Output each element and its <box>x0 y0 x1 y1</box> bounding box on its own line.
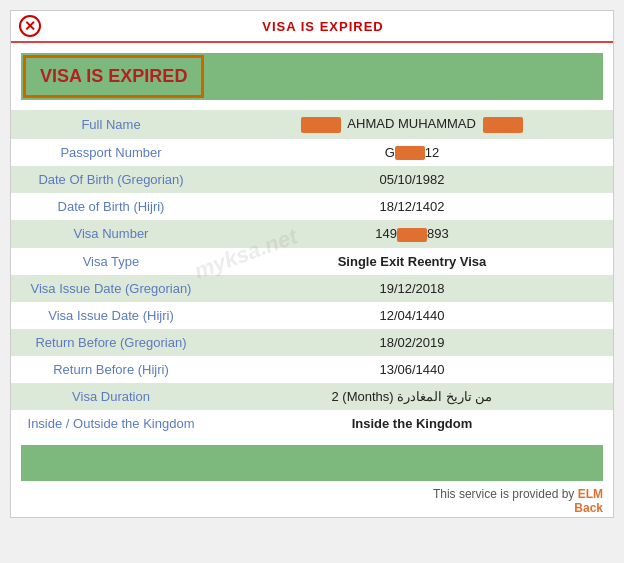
main-container: ✕ VISA IS EXPIRED VISA IS EXPIRED Full N… <box>10 10 614 518</box>
field-label: Date Of Birth (Gregorian) <box>11 166 211 193</box>
status-banner-wrap: VISA IS EXPIRED <box>21 53 603 100</box>
info-section: Full Name AHMAD MUHAMMAD Passport Number… <box>11 110 613 437</box>
table-row: Date of Birth (Hijri) 18/12/1402 <box>11 193 613 220</box>
header-expired-title: VISA IS EXPIRED <box>41 19 605 34</box>
redacted-block <box>483 117 523 133</box>
info-table: Full Name AHMAD MUHAMMAD Passport Number… <box>11 110 613 437</box>
field-value: 12/04/1440 <box>211 302 613 329</box>
redacted-block <box>397 228 427 242</box>
field-value: Single Exit Reentry Visa <box>211 248 613 275</box>
table-row: Visa Duration 2 (Months) من تاريخ المغاد… <box>11 383 613 410</box>
table-row: Return Before (Gregorian) 18/02/2019 <box>11 329 613 356</box>
elm-link[interactable]: ELM <box>578 487 603 501</box>
field-value: 18/12/1402 <box>211 193 613 220</box>
field-value: 13/06/1440 <box>211 356 613 383</box>
field-value: 05/10/1982 <box>211 166 613 193</box>
field-label: Inside / Outside the Kingdom <box>11 410 211 437</box>
field-label: Return Before (Hijri) <box>11 356 211 383</box>
redacted-block <box>395 146 425 160</box>
back-link[interactable]: Back <box>21 501 603 515</box>
service-text: This service is provided by <box>433 487 578 501</box>
table-row: Visa Number 149 893 <box>11 220 613 248</box>
status-banner: VISA IS EXPIRED <box>23 55 204 98</box>
field-label: Passport Number <box>11 139 211 167</box>
field-value: 18/02/2019 <box>211 329 613 356</box>
field-value: AHMAD MUHAMMAD <box>211 110 613 139</box>
field-label: Visa Type <box>11 248 211 275</box>
table-row: Visa Type Single Exit Reentry Visa <box>11 248 613 275</box>
field-label: Visa Issue Date (Gregorian) <box>11 275 211 302</box>
field-label: Date of Birth (Hijri) <box>11 193 211 220</box>
table-row: Full Name AHMAD MUHAMMAD <box>11 110 613 139</box>
table-row: Passport Number G 12 <box>11 139 613 167</box>
top-bar: ✕ VISA IS EXPIRED <box>11 11 613 43</box>
redacted-block <box>301 117 341 133</box>
field-label: Visa Issue Date (Hijri) <box>11 302 211 329</box>
field-value: 149 893 <box>211 220 613 248</box>
table-row: Visa Issue Date (Hijri) 12/04/1440 <box>11 302 613 329</box>
field-label: Visa Number <box>11 220 211 248</box>
field-value: 19/12/2018 <box>211 275 613 302</box>
table-row: Date Of Birth (Gregorian) 05/10/1982 <box>11 166 613 193</box>
footer-bar <box>21 445 603 481</box>
table-row: Inside / Outside the Kingdom Inside the … <box>11 410 613 437</box>
field-value: Inside the Kingdom <box>211 410 613 437</box>
field-label: Full Name <box>11 110 211 139</box>
footer-text: This service is provided by ELM Back <box>11 481 613 517</box>
table-row: Visa Issue Date (Gregorian) 19/12/2018 <box>11 275 613 302</box>
field-value: 2 (Months) من تاريخ المغادرة <box>211 383 613 410</box>
close-icon[interactable]: ✕ <box>19 15 41 37</box>
field-value: G 12 <box>211 139 613 167</box>
field-label: Visa Duration <box>11 383 211 410</box>
field-label: Return Before (Gregorian) <box>11 329 211 356</box>
table-row: Return Before (Hijri) 13/06/1440 <box>11 356 613 383</box>
